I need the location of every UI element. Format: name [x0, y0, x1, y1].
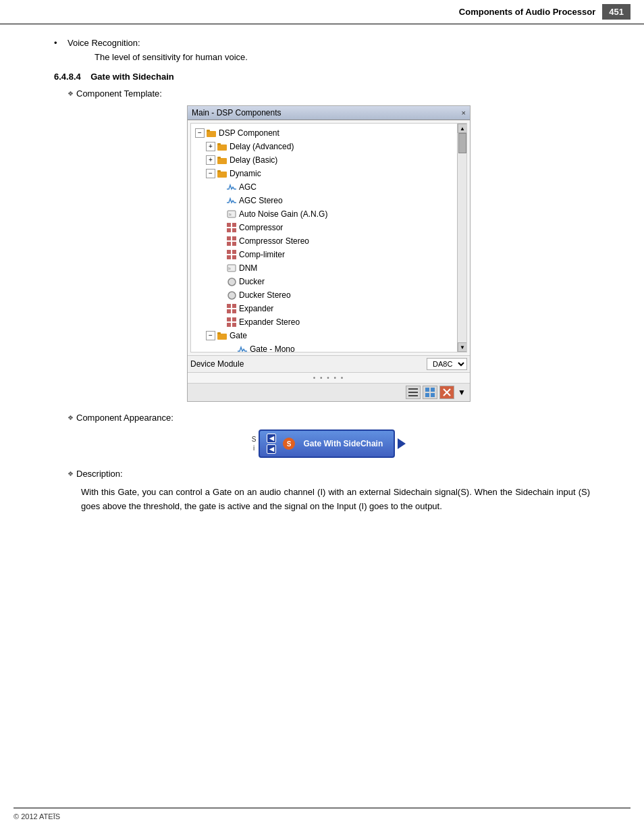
- svg-rect-2: [207, 130, 210, 132]
- folder-icon-delay-basic: [217, 155, 227, 165]
- expand-delay-basic[interactable]: +: [206, 155, 215, 165]
- device-module-label: Device Module: [190, 359, 427, 369]
- tree-item-expander[interactable]: Expander: [195, 302, 454, 315]
- svg-rect-13: [227, 228, 231, 232]
- tree-label: Delay (Basic): [230, 154, 277, 166]
- tree-item-delay-basic[interactable]: + Delay (Basic): [195, 153, 454, 167]
- gate-component-box: ◀ ◀ S Gate With SideChain: [259, 429, 395, 458]
- svg-rect-17: [227, 242, 231, 246]
- tree-item-ducker[interactable]: Ducker: [195, 275, 454, 288]
- tree-item-agc[interactable]: AGC: [195, 180, 454, 194]
- dsp-close-button[interactable]: ×: [462, 109, 466, 117]
- i-marker: i: [253, 444, 254, 452]
- dsp-tree-area: − DSP Component + Delay (Advanced): [190, 123, 467, 353]
- svg-point-26: [228, 292, 236, 299]
- header-title: Components of Audio Processor: [459, 7, 595, 17]
- svg-rect-47: [408, 388, 418, 390]
- diamond-icon-2: ❖: [68, 414, 74, 421]
- page-content: Voice Recognition: The level of sensitiv…: [0, 24, 644, 527]
- diamond-icon-3: ❖: [68, 470, 74, 477]
- tree-item-ang[interactable]: ≈ Auto Noise Gain (A.N.G): [195, 207, 454, 221]
- component-template-label: ❖ Component Template:: [54, 88, 603, 99]
- expand-gate[interactable]: −: [206, 331, 215, 340]
- svg-rect-14: [232, 228, 236, 232]
- bullet-item-voice: Voice Recognition:: [54, 38, 603, 48]
- svg-text:≈: ≈: [228, 266, 231, 271]
- expand-dynamic[interactable]: −: [206, 169, 215, 178]
- svg-rect-31: [227, 317, 231, 321]
- gate-right-arrow: [398, 438, 406, 449]
- section-heading: 6.4.8.4 Gate with Sidechain: [54, 72, 603, 82]
- tree-item-ducker-stereo[interactable]: Ducker Stereo: [195, 288, 454, 302]
- dsp-dots: • • • • •: [188, 372, 470, 383]
- dsp-window-title: Main - DSP Components: [192, 108, 281, 118]
- svg-rect-35: [217, 334, 227, 340]
- tree-item-agc-stereo[interactable]: AGC Stereo: [195, 194, 454, 207]
- svg-text:S: S: [287, 440, 292, 448]
- tree-item-gate-mono[interactable]: Gate - Mono: [195, 342, 454, 353]
- tree-label: Dynamic: [230, 167, 261, 180]
- page-number: 451: [602, 4, 630, 20]
- scrollbar-thumb: [458, 133, 466, 153]
- component-appearance-label: ❖ Component Appearance:: [54, 413, 603, 423]
- svg-rect-28: [232, 304, 236, 308]
- gate-i-button[interactable]: ◀: [267, 444, 276, 454]
- tree-item-compressor[interactable]: Compressor: [195, 221, 454, 234]
- svg-rect-3: [217, 145, 227, 151]
- tree-label: Ducker: [239, 276, 265, 288]
- svg-rect-6: [217, 157, 221, 159]
- tree-item-gate[interactable]: − Gate: [195, 329, 454, 342]
- svg-rect-34: [232, 323, 236, 327]
- description-text: With this Gate, you can control a Gate o…: [54, 486, 603, 514]
- svg-rect-49: [408, 395, 418, 396]
- tree-item-dynamic[interactable]: − Dynamic: [195, 167, 454, 180]
- tree-item-dsp-root[interactable]: − DSP Component: [195, 126, 454, 140]
- scrollbar-up[interactable]: ▲: [458, 124, 467, 133]
- bottom-icon-close[interactable]: [439, 386, 454, 399]
- dsp-scrollbar[interactable]: ▲ ▼: [457, 124, 466, 352]
- dsp-title-bar: Main - DSP Components ×: [188, 106, 470, 120]
- svg-rect-27: [227, 304, 231, 308]
- dsp-window: Main - DSP Components × − DSP Component …: [187, 105, 471, 402]
- expand-dsp-root[interactable]: −: [195, 128, 205, 138]
- bottom-icon-grid[interactable]: [423, 386, 437, 399]
- agc-stereo-icon: [226, 195, 237, 206]
- svg-rect-11: [227, 223, 231, 227]
- gate-s-button[interactable]: ◀: [267, 434, 276, 443]
- tree-label: DSP Component: [219, 127, 279, 139]
- bullet-label: Voice Recognition:: [68, 38, 140, 48]
- svg-rect-32: [232, 317, 236, 321]
- svg-rect-50: [425, 388, 429, 392]
- svg-rect-8: [217, 170, 221, 172]
- description-label: ❖ Description:: [54, 469, 603, 479]
- svg-rect-36: [217, 332, 221, 334]
- tree-item-comp-limiter[interactable]: Comp-limiter: [195, 248, 454, 261]
- svg-point-25: [228, 278, 236, 286]
- tree-label: AGC: [239, 181, 257, 193]
- dsp-footer: Device Module DA8C: [188, 355, 470, 372]
- folder-icon-dsp-root: [206, 128, 217, 138]
- diamond-icon-1: ❖: [68, 90, 74, 97]
- gate-mono-icon: [237, 344, 248, 353]
- expander-icon: [226, 303, 237, 314]
- tree-item-delay-adv[interactable]: + Delay (Advanced): [195, 140, 454, 153]
- svg-rect-21: [227, 255, 231, 259]
- tree-item-dnm[interactable]: ≈ DNM: [195, 261, 454, 275]
- dnm-icon: ≈: [226, 263, 237, 273]
- folder-icon-dynamic: [217, 168, 227, 179]
- expand-delay-adv[interactable]: +: [206, 142, 215, 151]
- svg-rect-53: [431, 393, 435, 397]
- svg-rect-20: [232, 250, 236, 254]
- bottom-arrow[interactable]: ▼: [456, 388, 467, 397]
- page-footer: © 2012 ATEÏS: [14, 808, 630, 820]
- tree-item-expander-stereo[interactable]: Expander Stereo: [195, 315, 454, 329]
- device-module-select[interactable]: DA8C: [427, 358, 467, 370]
- left-markers: S i: [252, 436, 257, 452]
- tree-item-compressor-stereo[interactable]: Compressor Stereo: [195, 234, 454, 248]
- svg-rect-33: [227, 323, 231, 327]
- svg-rect-52: [425, 393, 429, 397]
- tree-label: DNM: [239, 262, 257, 274]
- bottom-icon-list[interactable]: [406, 386, 421, 399]
- tree-label: Gate - Mono: [250, 343, 295, 353]
- scrollbar-down[interactable]: ▼: [458, 342, 467, 352]
